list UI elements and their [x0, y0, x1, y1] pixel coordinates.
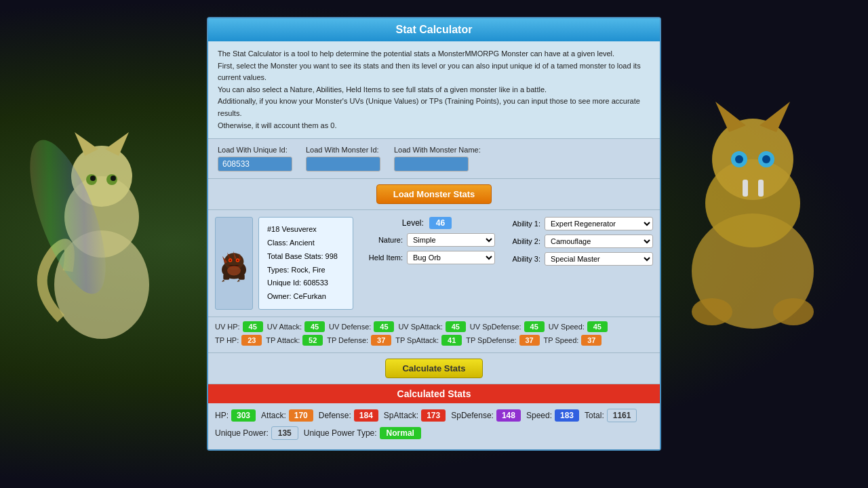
tp-spdefense-value: 37: [519, 335, 540, 346]
uv-attack-label: UV Attack:: [267, 323, 302, 331]
nature-label: Nature:: [359, 236, 403, 244]
result-spdefense-value: 148: [496, 409, 521, 422]
svg-rect-15: [743, 180, 748, 197]
svg-point-37: [227, 266, 241, 275]
result-total-value: 1161: [607, 409, 637, 422]
uv-spdefense-group: UV SpDefense: 45: [470, 321, 545, 332]
tp-attack-label: TP Attack:: [266, 336, 300, 344]
tp-spattack-label: TP SpAttack:: [395, 336, 439, 344]
nature-row: Nature: Simple Hardy: [359, 233, 495, 247]
uv-defense-label: UV Defense:: [329, 323, 371, 331]
unique-power-label: Unique Power:: [215, 428, 269, 438]
svg-point-7: [90, 176, 96, 181]
result-hp-group: HP: 303: [215, 409, 256, 422]
uv-hp-group: UV HP: 45: [215, 321, 263, 332]
result-defense-value: 184: [354, 409, 378, 422]
uv-spattack-label: UV SpAttack:: [398, 323, 442, 331]
result-attack-value: 170: [289, 409, 313, 422]
uv-defense-group: UV Defense: 45: [329, 321, 394, 332]
result-speed-label: Speed:: [526, 411, 552, 420]
info-line-3: You can also select a Nature, Abilities,…: [218, 84, 650, 96]
held-item-select[interactable]: Bug Orb None: [407, 251, 495, 264]
result-defense-label: Defense:: [319, 411, 351, 420]
monster-name-group: Load With Monster Name:: [394, 146, 481, 171]
uv-attack-group: UV Attack: 45: [267, 321, 325, 332]
ability1-select[interactable]: Expert Regenerator: [545, 217, 653, 230]
unique-id-input[interactable]: [218, 157, 292, 171]
info-line-4: Additionally, if you know your Monster's…: [218, 96, 650, 119]
unique-power-type-group: Unique Power Type: Normal: [304, 427, 421, 439]
held-item-label: Held Item:: [359, 253, 403, 262]
svg-point-22: [773, 298, 814, 325]
level-label: Level:: [402, 218, 424, 228]
result-attack-label: Attack:: [261, 411, 286, 420]
uv-defense-value: 45: [374, 321, 394, 332]
result-hp-label: HP:: [215, 411, 229, 420]
uv-section: UV HP: 45 UV Attack: 45 UV Defense: 45 U…: [208, 317, 660, 353]
info-line-2: First, select the Monster you want to se…: [218, 60, 650, 84]
load-button-row: Load Monster Stats: [208, 179, 660, 210]
monster-name-input[interactable]: [394, 157, 469, 171]
calculate-stats-button[interactable]: Calculate Stats: [385, 359, 482, 378]
nature-select[interactable]: Simple Hardy: [407, 233, 495, 247]
tp-spdefense-group: TP SpDefense: 37: [466, 335, 539, 346]
monster-class-row: Class: Ancient: [267, 237, 344, 250]
ability1-label: Ability 1:: [503, 220, 540, 228]
svg-point-20: [762, 155, 770, 163]
monster-id-group: Load With Monster Id:: [306, 146, 380, 171]
title-bar: Stat Calculator: [208, 18, 660, 41]
ability1-row: Ability 1: Expert Regenerator: [503, 217, 653, 230]
level-row: Level: 46: [359, 217, 495, 229]
results-title: Calculated Stats: [208, 384, 660, 403]
monster-portrait: [215, 217, 253, 310]
result-hp-value: 303: [231, 409, 256, 422]
monster-id-input[interactable]: [306, 157, 380, 171]
tp-hp-label: TP HP:: [215, 336, 239, 344]
tp-speed-group: TP Speed: 37: [544, 335, 602, 346]
unique-power-value: 135: [271, 426, 298, 440]
monster-number-name: #18 Vesuverex: [267, 223, 344, 237]
ability-section: Ability 1: Expert Regenerator Ability 2:…: [500, 217, 653, 310]
result-attack-group: Attack: 170: [261, 409, 313, 422]
main-container: Stat Calculator The Stat Calculator is a…: [207, 17, 661, 451]
load-section: Load With Unique Id: Load With Monster I…: [208, 139, 660, 179]
tp-hp-group: TP HP: 23: [215, 335, 262, 346]
tp-defense-label: TP Defense:: [327, 336, 368, 344]
info-section: The Stat Calculator is a tool to help de…: [208, 41, 660, 139]
load-monster-stats-button[interactable]: Load Monster Stats: [376, 184, 492, 204]
tp-spattack-group: TP SpAttack: 41: [395, 335, 462, 346]
svg-point-8: [111, 176, 116, 181]
monster-stats-box: Level: 46 Nature: Simple Hardy Held Item…: [359, 217, 495, 310]
uv-hp-label: UV HP:: [215, 323, 240, 331]
result-speed-group: Speed: 183: [526, 409, 579, 422]
monster-uid-row: Unique Id: 608533: [267, 277, 344, 290]
monster-name: Vesuverex: [281, 225, 316, 233]
info-line-5: Otherwise, it will account them as 0.: [218, 120, 650, 132]
level-badge: 46: [429, 217, 452, 229]
tp-speed-value: 37: [581, 335, 601, 346]
result-total-group: Total: 1161: [585, 409, 637, 422]
svg-point-31: [229, 259, 231, 261]
left-cat-decoration: [14, 81, 190, 352]
monster-number: #18: [267, 225, 279, 233]
uv-row: UV HP: 45 UV Attack: 45 UV Defense: 45 U…: [215, 321, 653, 332]
uv-spattack-value: 45: [446, 321, 466, 332]
ability3-select[interactable]: Special Master: [545, 252, 653, 266]
tp-attack-value: 52: [302, 335, 323, 346]
monster-image: [216, 226, 252, 301]
ability2-select[interactable]: Camouflage: [545, 235, 653, 248]
results-unique-row: Unique Power: 135 Unique Power Type: Nor…: [215, 426, 653, 440]
svg-point-32: [237, 259, 239, 261]
ability3-label: Ability 3:: [503, 255, 540, 263]
right-cat-decoration: [651, 54, 854, 339]
svg-marker-35: [222, 279, 225, 281]
svg-marker-36: [237, 279, 241, 281]
svg-point-12: [712, 119, 793, 200]
result-defense-group: Defense: 184: [319, 409, 378, 422]
uv-hp-value: 45: [243, 321, 263, 332]
tp-spdefense-label: TP SpDefense:: [466, 336, 516, 344]
result-spattack-label: SpAttack:: [384, 411, 418, 420]
uv-speed-label: UV Speed:: [549, 323, 585, 331]
svg-rect-16: [758, 180, 764, 197]
unique-power-type-label: Unique Power Type:: [304, 428, 377, 438]
